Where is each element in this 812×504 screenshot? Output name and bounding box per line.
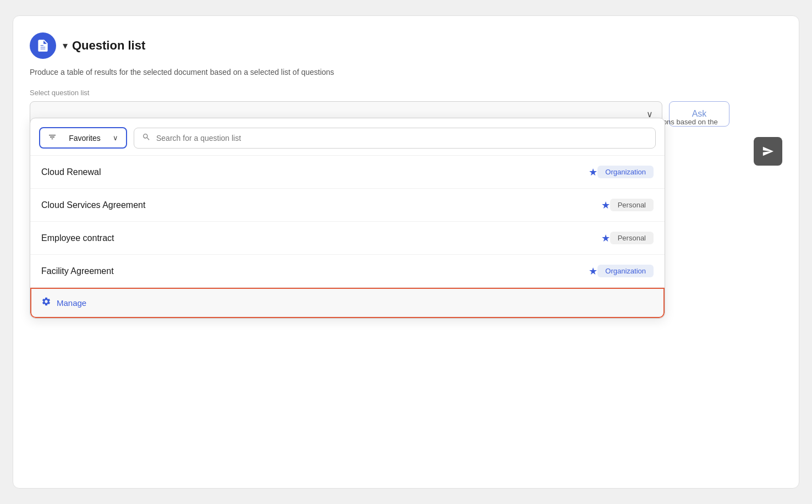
search-input[interactable]	[156, 134, 648, 143]
right-partial: ions based on the	[661, 118, 782, 166]
star-icon[interactable]: ★	[601, 232, 610, 244]
filter-chevron-icon: ∨	[113, 134, 118, 142]
gear-icon	[41, 297, 51, 309]
right-partial-text: ions based on the	[661, 118, 782, 126]
list-item[interactable]: Cloud Services Agreement ★ Personal	[30, 189, 665, 222]
item-name: Cloud Renewal	[41, 167, 583, 177]
filter-icon	[48, 133, 57, 143]
list-item[interactable]: Employee contract ★ Personal	[30, 222, 665, 255]
item-name: Cloud Services Agreement	[41, 200, 596, 210]
page-title: Question list	[72, 39, 145, 53]
personal-tag: Personal	[610, 232, 654, 244]
list-items: Cloud Renewal ★ Organization Cloud Servi…	[30, 156, 665, 288]
title-chevron-icon[interactable]: ▾	[63, 40, 68, 52]
header-title-group: ▾ Question list	[63, 39, 145, 53]
star-icon[interactable]: ★	[601, 199, 610, 211]
manage-bar[interactable]: Manage	[30, 288, 665, 318]
document-icon	[36, 39, 50, 53]
main-card: ▾ Question list Produce a table of resul…	[13, 15, 799, 489]
send-button[interactable]	[754, 137, 782, 166]
personal-tag: Personal	[610, 199, 654, 211]
header-icon	[30, 32, 56, 59]
organization-tag: Organization	[597, 166, 654, 178]
dropdown-top-bar: Favorites ∨	[30, 118, 665, 156]
organization-tag: Organization	[597, 265, 654, 277]
filter-label: Favorites	[69, 134, 101, 143]
list-item[interactable]: Cloud Renewal ★ Organization	[30, 156, 665, 189]
manage-label: Manage	[57, 298, 86, 308]
select-label: Select question list	[30, 89, 782, 97]
header-row: ▾ Question list	[30, 32, 782, 59]
send-icon	[762, 145, 774, 157]
filter-button[interactable]: Favorites ∨	[39, 127, 127, 149]
list-item[interactable]: Facility Agreement ★ Organization	[30, 255, 665, 288]
star-icon[interactable]: ★	[589, 265, 597, 277]
item-name: Employee contract	[41, 233, 596, 243]
star-icon[interactable]: ★	[589, 166, 597, 178]
item-name: Facility Agreement	[41, 266, 583, 276]
search-box	[134, 128, 656, 149]
dropdown-panel: Favorites ∨ Cloud Renewal ★ Organization…	[30, 118, 665, 319]
search-icon	[142, 133, 151, 144]
send-button-area	[661, 137, 782, 166]
subtitle: Produce a table of results for the selec…	[30, 68, 782, 76]
